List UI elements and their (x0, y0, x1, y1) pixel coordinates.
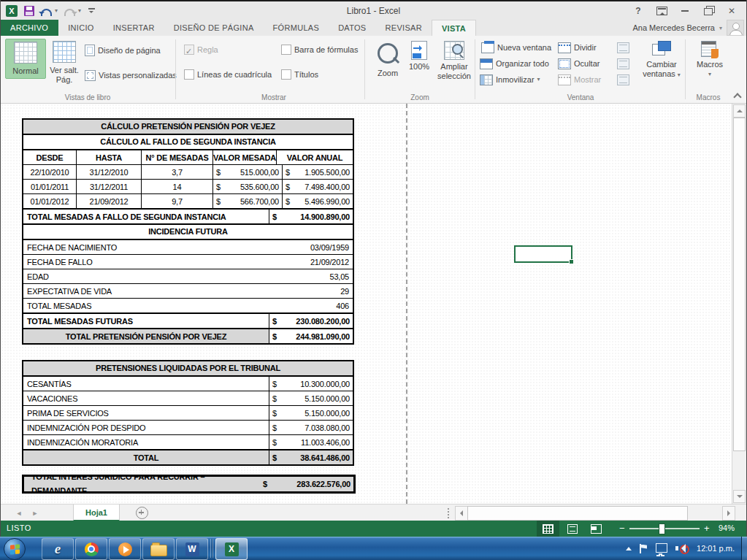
hide-button[interactable]: Ocultar (558, 56, 599, 71)
titulos-checkbox[interactable]: Títulos (281, 67, 318, 82)
view-page-layout-button[interactable] (561, 521, 583, 537)
tab-formulas[interactable]: FÓRMULAS (264, 20, 329, 36)
interes-juridico-table: TOTAL INTERÉS JURÍDICO PARA RECURRIR – D… (22, 475, 356, 494)
customize-qat-icon[interactable] (88, 7, 96, 14)
page-layout-icon (567, 524, 578, 534)
zoom-slider-thumb[interactable] (659, 523, 665, 534)
taskbar-explorer-button[interactable] (142, 538, 175, 560)
start-button[interactable] (4, 538, 26, 560)
show-hidden-icons-icon[interactable] (626, 544, 632, 551)
view-normal-button[interactable] (537, 521, 559, 537)
table-row[interactable]: TOTAL MESADAS406 (23, 298, 353, 312)
total-interes-row[interactable]: TOTAL INTERÉS JURÍDICO PARA RECURRIR – D… (24, 477, 353, 491)
table-header-row[interactable]: DESDE HASTA N° DE MESADAS VALOR MESADA V… (23, 149, 353, 164)
hide-icon (558, 58, 571, 69)
collapse-ribbon-icon[interactable] (734, 93, 741, 99)
horizontal-scrollbar[interactable] (455, 506, 735, 519)
close-button[interactable] (722, 4, 741, 18)
taskbar-excel-button[interactable]: X (215, 538, 248, 560)
show-desktop-button[interactable] (741, 537, 747, 560)
restore-button[interactable] (699, 4, 718, 18)
zoom-to-selection-button[interactable]: Ampliar selección (432, 39, 476, 83)
taskbar-media-player-button[interactable] (109, 538, 141, 560)
tab-insertar[interactable]: INSERTAR (104, 20, 164, 36)
taskbar-chrome-button[interactable] (75, 538, 107, 560)
split-button[interactable]: Dividir (558, 40, 597, 55)
zoom-out-icon[interactable]: − (619, 523, 625, 534)
scroll-left-icon[interactable] (455, 506, 468, 521)
worksheet-area[interactable]: CÁLCULO PRETENSIÓN PENSIÓN POR VEJEZ CÁL… (1, 104, 746, 504)
table-row[interactable]: 01/01/2011 31/12/2011 14 $535.600,00 $7.… (23, 179, 353, 193)
table-title-row[interactable]: PRETENSIONES LIQUIDADAS POR EL TRIBUNAL (23, 361, 353, 375)
new-sheet-icon[interactable] (136, 507, 148, 519)
ribbon-display-options-button[interactable] (652, 4, 671, 18)
custom-views-button[interactable]: Vistas personalizadas (85, 68, 177, 83)
total-tribunal-row[interactable]: TOTAL $38.641.486,00 (23, 449, 353, 464)
avatar[interactable] (727, 20, 744, 36)
total-pretension-row[interactable]: TOTAL PRETENSIÓN PENSIÓN POR VEJEZ $244.… (23, 328, 353, 343)
vertical-scrollbar[interactable] (732, 104, 746, 504)
scroll-right-icon[interactable] (722, 506, 735, 521)
network-icon[interactable] (656, 543, 667, 553)
table-row[interactable]: EXPECTATIVA DE VIDA29 (23, 283, 353, 298)
volume-muted-icon[interactable] (675, 543, 687, 553)
zoom-100-icon (411, 41, 427, 60)
zoom-level[interactable]: 94% (719, 523, 735, 532)
tab-diseno-de-pagina[interactable]: DISEÑO DE PÁGINA (164, 20, 264, 36)
table-row[interactable]: 22/10/2010 31/12/2010 3,7 $515.000,00 $1… (23, 164, 353, 179)
table-row[interactable]: FECHA DE FALLO21/09/2012 (23, 254, 353, 269)
windows-taskbar: e W X 12:01 p.m. (0, 537, 747, 560)
zoom-button[interactable]: Zoom (369, 39, 406, 80)
minimize-button[interactable] (675, 4, 694, 18)
scroll-up-icon[interactable] (733, 104, 746, 118)
normal-view-button[interactable]: Normal (5, 39, 46, 79)
save-icon[interactable] (24, 6, 34, 16)
tab-vista[interactable]: VISTA (432, 20, 476, 36)
view-page-break-button[interactable] (585, 521, 608, 537)
zoom-in-icon[interactable]: + (704, 523, 710, 534)
horizontal-scrollbar-thumb[interactable] (467, 506, 688, 521)
taskbar-internet-explorer-button[interactable]: e (42, 538, 74, 560)
zoom-100-button[interactable]: 100% (402, 39, 436, 74)
table-row[interactable]: CESANTÍAS $10.300.000,00 (23, 375, 353, 391)
new-window-button[interactable]: Nueva ventana (480, 40, 551, 55)
barra-formulas-checkbox[interactable]: Barra de fórmulas (281, 42, 358, 57)
page-break-preview-button[interactable]: Ver salt. Pág. (43, 39, 85, 87)
normal-view-icon (543, 524, 553, 534)
table-row[interactable]: INDEMNIZACIÓN POR DESPIDO $7.038.080,00 (23, 420, 353, 434)
incidencia-title-row[interactable]: INCIDENCIA FUTURA (23, 223, 353, 239)
total-mesadas-futuras-row[interactable]: TOTAL MESADAS FUTURAS $230.080.200,00 (23, 312, 353, 328)
table-row[interactable]: 01/01/2012 21/09/2012 9,7 $566.700,00 $5… (23, 193, 353, 208)
table-row[interactable]: INDEMNIZACIÓN MORATORIA $11.003.406,00 (23, 434, 353, 449)
tab-inicio[interactable]: INICIO (58, 20, 103, 36)
macros-button[interactable]: Macros ▾ (689, 39, 730, 81)
user-dropdown-icon[interactable]: ▾ (719, 25, 722, 31)
action-center-flag-icon[interactable] (640, 544, 648, 553)
tab-datos[interactable]: DATOS (329, 20, 375, 36)
sheet-nav-left-icon[interactable]: ◄ (14, 505, 24, 521)
scroll-down-icon[interactable] (733, 490, 746, 503)
lineas-cuadricula-checkbox[interactable]: Líneas de cuadrícula (184, 67, 272, 82)
account-area[interactable]: Ana Mercedes Becerra ▾ (632, 20, 747, 36)
arrange-all-button[interactable]: Organizar todo (480, 56, 549, 71)
total-segunda-instancia-row[interactable]: TOTAL MESADAS A FALLO DE SEGUNDA INSTANC… (23, 208, 353, 223)
table-title-row[interactable]: CÁLCULO PRETENSIÓN PENSIÓN POR VEJEZ (23, 120, 353, 134)
sheet-tab-hoja1[interactable]: Hoja1 (73, 505, 120, 521)
tab-scroll-split-handle[interactable] (447, 507, 450, 518)
table-row[interactable]: PRIMA DE SERVICIOS $5.150.000,00 (23, 405, 353, 420)
table-row[interactable]: VACACIONES $5.150.000,00 (23, 391, 353, 405)
switch-windows-button[interactable]: Cambiar ventanas ▾ (638, 39, 685, 82)
taskbar-word-button[interactable]: W (176, 538, 208, 560)
sheet-nav-right-icon[interactable]: ► (30, 505, 40, 521)
page-layout-button[interactable]: Diseño de página (85, 43, 161, 58)
freeze-panes-button[interactable]: Inmovilizar ▾ (480, 72, 540, 87)
vertical-scrollbar-thumb[interactable] (733, 118, 746, 451)
clock[interactable]: 12:01 p.m. (697, 544, 735, 553)
tab-revisar[interactable]: REVISAR (376, 20, 432, 36)
selected-cell[interactable] (514, 245, 572, 263)
table-subtitle-row[interactable]: CÁLCULO AL FALLO DE SEGUNDA INSTANCIA (23, 134, 353, 149)
tab-archivo[interactable]: ARCHIVO (0, 20, 58, 36)
help-button[interactable] (629, 4, 648, 18)
table-row[interactable]: EDAD53,05 (23, 269, 353, 283)
table-row[interactable]: FECHA DE NACIMIENTO03/09/1959 (23, 239, 353, 254)
